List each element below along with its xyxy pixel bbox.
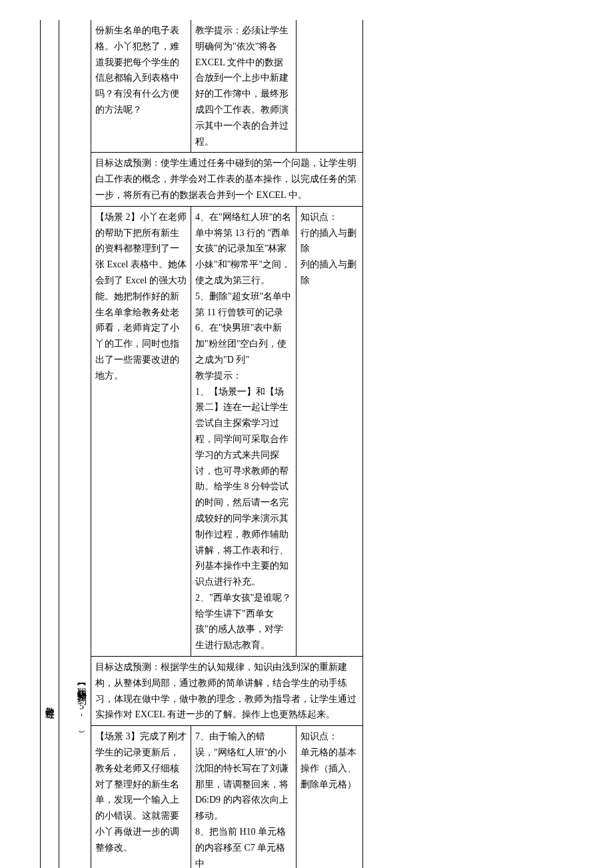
goal-2-text: 目标达成预测：根据学生的认知规律，知识由浅到深的重新建构，从整体到局部，通过教师… — [91, 657, 363, 726]
goal-1-text: 目标达成预测：使学生通过任务中碰到的第一个问题，让学生明白工作表的概念，并学会对… — [91, 153, 363, 206]
knowledge-2: 知识点： 行的插入与删除 列的插入与删除 — [296, 206, 362, 656]
scene-1-text: 份新生名单的电子表格。小丫犯愁了，难道我要把每个学生的信息都输入到表格中吗？有没… — [91, 20, 191, 153]
knowledge-3: 知识点： 单元格的基本操作（插入、删除单元格） — [296, 726, 362, 868]
scene-3-text: 【场景 3】完成了刚才学生的记录更新后，教务处老师又仔细核对了整理好的新生名单，… — [91, 726, 191, 868]
table-row: 【场景 2】小丫在老师的帮助下把所有新生的资料都整理到了一张 Excel 表格中… — [41, 206, 573, 656]
main-section-label: 教学过程 — [41, 20, 59, 868]
knowledge-1 — [296, 20, 362, 153]
table-row: 【场景 3】完成了刚才学生的记录更新后，教务处老师又仔细核对了整理好的新生名单，… — [41, 726, 573, 868]
table-row: 教学过程 【职场体验】（约25'） 份新生名单的电子表格。小丫犯愁了，难道我要把… — [41, 20, 573, 153]
tip-1-text: 教学提示：必须让学生明确何为"依次"将各 EXCEL 文件中的数据合放到一个上步… — [191, 20, 297, 153]
tip-3-text: 7、由于输入的错误，"网络红人班"的小沈阳的特长写在了刘谦那里，请调整回来，将 … — [191, 726, 297, 868]
table-row: 目标达成预测：使学生通过任务中碰到的第一个问题，让学生明白工作表的概念，并学会对… — [41, 153, 573, 206]
tip-2-text: 4、在"网络红人班"的名单中将第 13 行的 "西单女孩"的记录加至"林家小妹"… — [191, 206, 297, 656]
table-row: 目标达成预测：根据学生的认知规律，知识由浅到深的重新建构，从整体到局部，通过教师… — [41, 657, 573, 726]
lesson-plan-table: 教学过程 【职场体验】（约25'） 份新生名单的电子表格。小丫犯愁了，难道我要把… — [40, 20, 573, 868]
scene-2-text: 【场景 2】小丫在老师的帮助下把所有新生的资料都整理到了一张 Excel 表格中… — [91, 206, 191, 656]
sub-section-label: 【职场体验】（约25'） — [59, 20, 91, 868]
